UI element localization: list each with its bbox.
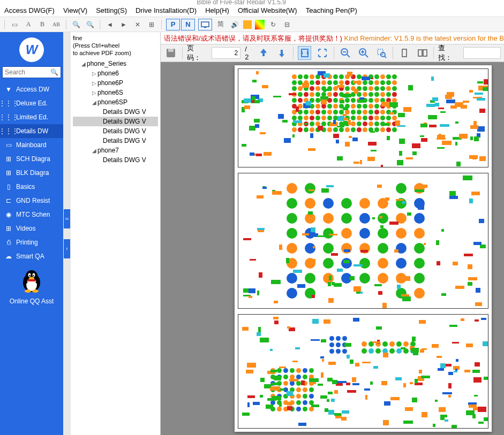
tree-root[interactable]: ◢phone_Series: [73, 59, 158, 68]
collapse-left-icon[interactable]: ‹‹: [64, 209, 70, 228]
grid-icon: ⋮⋮⋮: [4, 127, 13, 135]
zoom-in-icon[interactable]: 🔍: [71, 19, 81, 30]
refresh-icon[interactable]: ↻: [268, 19, 279, 30]
tree-phone6sp[interactable]: ◢phone6SP: [73, 97, 158, 107]
sidebar-item-gnd[interactable]: ⊏GND Resist: [0, 194, 63, 208]
pdf-view[interactable]: [161, 62, 504, 435]
sidebar-item-sch[interactable]: ⊞SCH Diagra: [0, 152, 63, 166]
search-box[interactable]: 🔍: [2, 66, 61, 78]
simple-button[interactable]: 简: [215, 19, 226, 30]
bold-b-icon[interactable]: B: [37, 19, 48, 30]
sidebar-item-mtc[interactable]: ◉MTC Schen: [0, 208, 63, 222]
p-button[interactable]: P: [166, 19, 180, 30]
menu-teaching[interactable]: Teaching Pen(P): [306, 6, 357, 14]
save-icon[interactable]: [164, 46, 178, 60]
tree-detail4[interactable]: Details DWG V: [73, 136, 158, 146]
collapse-icon: ▷: [92, 71, 97, 77]
separator: [293, 47, 294, 59]
tree-phone6[interactable]: ▷phone6: [73, 68, 158, 78]
qq-penguin-icon[interactable]: [20, 269, 43, 293]
menu-drive[interactable]: Drive Installation(D): [136, 6, 197, 14]
menu-setting[interactable]: Setting(S): [96, 6, 127, 14]
sidebar-item-access[interactable]: ▼Access DW: [0, 82, 63, 96]
board-icon: ▭: [4, 141, 13, 149]
zoom-in-icon[interactable]: [357, 46, 371, 60]
color-gradient[interactable]: [255, 20, 265, 29]
toolbar: ▭ A B AB 🔍 🔍 ◄ ► ✕ ⊞ P N 简 🔊 ↻ ⊟: [0, 17, 504, 32]
pdf-toolbar: 页码： / 2 查找：: [161, 44, 504, 62]
n-button[interactable]: N: [181, 19, 195, 30]
zoom-region-icon[interactable]: [374, 46, 388, 60]
screen-button[interactable]: [198, 19, 212, 30]
sound-icon[interactable]: 🔊: [229, 19, 240, 30]
tree-panel: fine (Press Ctrl+wheel to achieve PDF zo…: [71, 32, 161, 435]
sidebar: W 🔍 ▼Access DW ⋮⋮⋮Deluxe Ed. ⋮⋮⋮Limited …: [0, 32, 63, 435]
tree-phone6s[interactable]: ▷phone6S: [73, 88, 158, 97]
tree-phone7[interactable]: ◢phone7: [73, 146, 158, 155]
fit-page-icon[interactable]: [315, 46, 329, 60]
sidebar-item-basics[interactable]: ▯Basics: [0, 180, 63, 194]
print-icon: ⎙: [4, 239, 13, 246]
tree-icon[interactable]: ⊞: [146, 19, 157, 30]
menu-website[interactable]: Official Website(W): [238, 6, 297, 14]
tree-detail5[interactable]: Details DWG V: [73, 155, 158, 165]
zoom-out-icon[interactable]: 🔍: [85, 19, 95, 30]
sidebar-label: Printing: [16, 239, 38, 246]
diagram-icon: ⊞: [4, 169, 13, 177]
sidebar-label: Deluxe Ed.: [16, 100, 48, 107]
menu-help[interactable]: Help(H): [205, 6, 229, 14]
next-icon[interactable]: ►: [118, 19, 129, 30]
separator: [393, 47, 393, 59]
title-bar: Bible of Five-star Repair V1.5.9: [0, 0, 504, 4]
search-icon[interactable]: 🔍: [50, 68, 58, 76]
tree-detail1[interactable]: Details DWG V: [73, 107, 158, 117]
prev-page-icon[interactable]: [257, 46, 270, 60]
color-orange[interactable]: [243, 20, 252, 29]
close-icon[interactable]: ✕: [132, 19, 143, 30]
tree-detail2[interactable]: Details DWG V: [73, 117, 158, 126]
page-input[interactable]: [212, 47, 240, 59]
next-page-icon[interactable]: [275, 46, 289, 60]
sidebar-item-videos[interactable]: ⊞Videos: [0, 222, 63, 235]
sidebar-item-deluxe[interactable]: ⋮⋮⋮Deluxe Ed.: [0, 96, 63, 110]
double-page-icon[interactable]: [416, 46, 430, 60]
separator: [182, 47, 183, 59]
sidebar-label: Basics: [16, 183, 35, 190]
tree-hint: fine (Press Ctrl+wheel to achieve PDF zo…: [73, 34, 158, 57]
database-icon[interactable]: ⊟: [282, 19, 292, 30]
svg-rect-10: [27, 279, 36, 281]
zoom-out-icon[interactable]: [338, 46, 352, 60]
sidebar-item-printing[interactable]: ⎙Printing: [0, 235, 63, 249]
sidebar-item-details[interactable]: ⋮⋮⋮Details DW: [0, 124, 63, 138]
sidebar-item-blk[interactable]: ⊞BLK Diagra: [0, 166, 63, 180]
separator: [334, 47, 334, 59]
pdf-search-input[interactable]: [463, 47, 501, 59]
collapse-icon: ▷: [92, 90, 97, 96]
prev-icon[interactable]: ◄: [104, 19, 115, 30]
fit-width-icon[interactable]: [298, 46, 312, 60]
collapse-left-icon[interactable]: ‹: [64, 239, 70, 258]
tree-detail3[interactable]: Details DWG V: [73, 126, 158, 136]
single-page-icon[interactable]: [397, 46, 411, 60]
sidebar-label: Access DW: [16, 86, 49, 93]
separator: [161, 20, 162, 29]
qq-label: Online QQ Asst: [0, 297, 63, 305]
ab-icon[interactable]: AB: [51, 19, 62, 30]
separator: [4, 20, 5, 29]
page-label: 页码：: [187, 43, 208, 63]
search-input[interactable]: [5, 68, 50, 76]
menu-access[interactable]: Access DWG(F): [4, 6, 55, 14]
chevron-down-icon: ▼: [4, 86, 13, 93]
collapse-icon: ▷: [92, 80, 97, 86]
sidebar-item-qa[interactable]: ☁Smart QA: [0, 249, 63, 263]
sidebar-item-limited[interactable]: ⋮⋮⋮Limited Ed.: [0, 110, 63, 124]
tree-phone6p[interactable]: ▷phone6P: [73, 78, 158, 88]
sidebar-label: Mainboard: [16, 141, 47, 149]
menu-view[interactable]: View(V): [63, 6, 87, 14]
svg-point-12: [32, 289, 39, 293]
bold-a-icon[interactable]: A: [23, 19, 34, 30]
rect-tool-icon[interactable]: ▭: [9, 19, 20, 30]
sidebar-item-mainboard[interactable]: ▭Mainboard: [0, 138, 63, 152]
separator: [100, 20, 100, 29]
circuit-board-1: [238, 68, 488, 167]
